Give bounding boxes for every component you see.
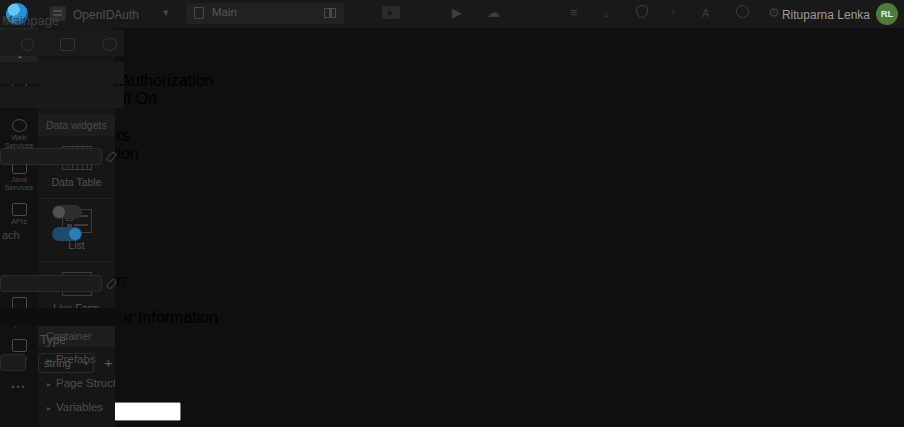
type-column-label: Type	[40, 333, 66, 347]
api-icon	[12, 203, 27, 216]
nav-item-services[interactable]: Services	[0, 236, 904, 254]
nav-item-prefabs[interactable]: Prefabs	[0, 254, 904, 272]
tree-item-variables[interactable]: ▸Variables	[38, 395, 115, 419]
device-preview-icon[interactable]	[60, 38, 75, 51]
dialog-tabs: General Authentication & Authorization	[0, 54, 904, 90]
param-name-input[interactable]	[0, 354, 26, 371]
toggle-knob	[69, 228, 81, 240]
translate-icon[interactable]: A	[702, 5, 709, 21]
user-name[interactable]: Rituparna Lenka	[782, 8, 870, 22]
shield-icon[interactable]	[636, 5, 648, 18]
page-tab-label: Main	[212, 6, 237, 18]
more-options-icon[interactable]: •••	[0, 382, 38, 392]
run-icon[interactable]: ▶	[452, 5, 462, 21]
project-chevron-icon[interactable]: ▾	[163, 6, 169, 19]
user-avatar[interactable]: RL	[876, 3, 898, 25]
panel-row	[0, 62, 124, 84]
top-toolbar: OpenIDAuth ▾ Main ▶ ▶ ☁ ≡ ↓ ↑ A ⚙ Ritupa…	[0, 0, 904, 28]
property-label-fragment: ach	[2, 229, 20, 241]
nav-item-security-providers[interactable]: Security Providers	[0, 127, 904, 145]
add-param-button[interactable]: +	[104, 354, 113, 371]
globe-icon	[12, 119, 27, 132]
type-select[interactable]: string ▾	[38, 353, 94, 373]
property-toggle-on[interactable]	[52, 227, 82, 241]
toggle-knob	[53, 206, 65, 218]
nav-item-login-configuration[interactable]: Login Configuration	[0, 145, 904, 163]
nav-header-authentication[interactable]: ▾Authentication	[0, 108, 904, 127]
tab-authentication-authorization[interactable]: Authentication & Authorization	[0, 72, 904, 90]
property-input[interactable]	[0, 275, 102, 292]
identity-provider-section: 1. Identity Provider Information Provide…	[0, 309, 904, 427]
branch-icon[interactable]	[736, 5, 749, 18]
tri-right-icon: ▸	[47, 404, 51, 413]
import-icon[interactable]: ↓	[603, 5, 610, 21]
security-nav: ▾Authentication Security Providers Login…	[0, 108, 904, 272]
active-page-label: Mainpage	[2, 13, 59, 28]
inspect-icon[interactable]	[21, 38, 34, 51]
nav-header-authorization[interactable]: ▾Authorization	[0, 181, 904, 200]
widget-tile-data-table[interactable]: Data Table	[38, 136, 115, 199]
layout-columns-icon	[324, 8, 336, 18]
nav-item-app-roles[interactable]: App Roles	[0, 200, 904, 218]
nav-item-pages[interactable]: Pages	[0, 218, 904, 236]
chevron-down-icon: ▾	[84, 359, 88, 368]
tab-general[interactable]: General	[0, 54, 904, 72]
property-toggle-off[interactable]	[52, 205, 82, 219]
authentication-toggle-row: Authentication: Off On	[0, 90, 904, 108]
app-root: OpenIDAuth ▾ Main ▶ ▶ ☁ ≡ ↓ ↑ A ⚙ Ritupa…	[0, 0, 904, 427]
export-icon[interactable]: ↑	[670, 5, 677, 21]
section-title: 1. Identity Provider Information	[0, 309, 904, 327]
project-name: OpenIDAuth	[73, 8, 139, 22]
panel-row	[0, 86, 124, 108]
on-label: On	[136, 90, 157, 107]
property-input[interactable]	[0, 148, 102, 165]
page-icon	[194, 7, 204, 19]
panel-divider	[0, 308, 124, 326]
page-tab-main[interactable]: Main	[186, 3, 344, 24]
tree-item-page-structure[interactable]: ▸Page Structure	[38, 371, 115, 395]
tri-right-icon: ▸	[47, 380, 51, 389]
stack-icon[interactable]: ≡	[570, 5, 578, 21]
video-tutorial-icon[interactable]: ▶	[382, 6, 400, 19]
deploy-cloud-icon[interactable]: ☁	[487, 5, 500, 21]
nav-item-csrf[interactable]: CSRF	[0, 163, 904, 181]
data-widgets-header: Data widgets	[38, 114, 115, 136]
security-dialog: Security ? Help × General Authentication…	[0, 0, 904, 427]
settings-gear-icon[interactable]: ⚙	[768, 5, 780, 21]
logs-icon	[12, 339, 27, 352]
close-icon[interactable]: ×	[0, 36, 904, 54]
content-scroll-area: Security Provider: Open ID ▾ 1. Identity…	[0, 272, 904, 427]
security-content: Security Provider: Open ID ▾ 1. Identity…	[0, 272, 904, 427]
provider-id-select[interactable]: custom ▾	[0, 358, 904, 377]
